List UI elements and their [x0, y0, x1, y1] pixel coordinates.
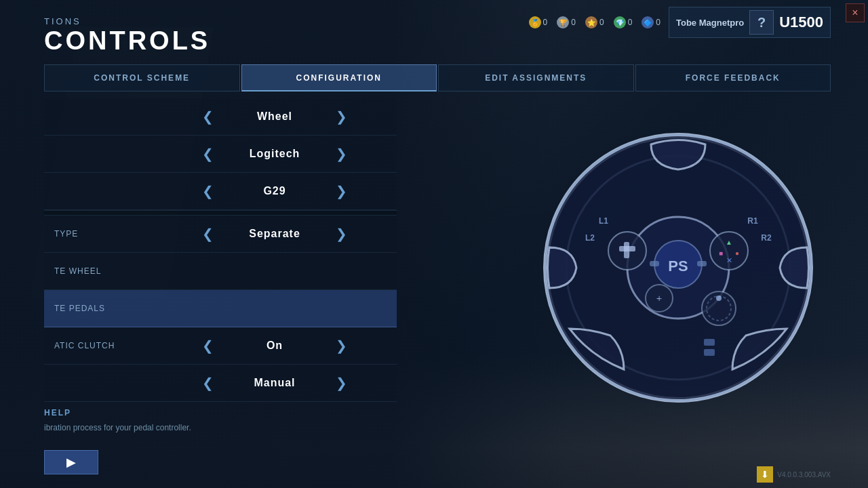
svg-text:R1: R1 [747, 216, 758, 226]
version-text: V4.0.0.3.003.AVX [777, 471, 831, 479]
svg-text:✕: ✕ [726, 256, 732, 264]
row-type-right-arrow[interactable]: ❯ [329, 108, 354, 125]
svg-rect-22 [704, 339, 715, 346]
row-pedal-type-control: ❮ Separate ❯ [153, 226, 397, 242]
blue-icon: 🔷 [642, 16, 654, 28]
bottom-action-button[interactable]: ▶ [44, 450, 98, 474]
close-button[interactable]: × [846, 3, 865, 22]
row-brand-control: ❮ Logitech ❯ [153, 146, 397, 162]
help-text: ibration process for your pedal controll… [44, 422, 383, 434]
version-info: ⬇ V4.0.0.3.003.AVX [757, 466, 831, 483]
row-model-value: G29 [234, 185, 315, 197]
trophy-icon: 🏆 [557, 16, 569, 28]
wheel-illustration: PS ▲ ● ✕ ■ + − L1 L2 R1 R2 [509, 98, 848, 437]
row-cal-pedals-label: te Pedals [44, 304, 153, 313]
trophy-value: 0 [571, 18, 576, 27]
title-section: TIONS CONTROLS [0, 16, 210, 56]
svg-rect-14 [650, 261, 659, 266]
row-gear-control: ❮ Manual ❯ [153, 375, 397, 391]
svg-rect-23 [704, 349, 715, 356]
bottom-btn-icon: ▶ [66, 455, 76, 470]
row-pedal-type-label: Type [44, 229, 153, 239]
row-type-control: ❮ Wheel ❯ [153, 108, 397, 125]
tab-control-scheme[interactable]: CONTROL SCHEME [44, 64, 240, 92]
svg-text:■: ■ [719, 249, 723, 257]
gold-value: 0 [543, 18, 548, 27]
svg-text:PS: PS [668, 258, 688, 274]
row-auto-clutch-left-arrow[interactable]: ❮ [195, 338, 220, 354]
currency-star: ⭐ 0 [585, 16, 604, 28]
currency-u-value: U1500 [779, 14, 823, 31]
currency-trophy: 🏆 0 [557, 16, 576, 28]
download-icon: ⬇ [757, 466, 773, 483]
row-model-right-arrow[interactable]: ❯ [329, 183, 354, 199]
parent-title: TIONS [44, 16, 210, 26]
row-gear[interactable]: ❮ Manual ❯ [44, 365, 397, 402]
row-pedal-type-right-arrow[interactable]: ❯ [329, 226, 354, 242]
green-value: 0 [628, 18, 633, 27]
row-pedal-type[interactable]: Type ❮ Separate ❯ [44, 216, 397, 253]
row-cal-wheel-label: te Wheel [44, 266, 153, 276]
star-icon: ⭐ [585, 16, 597, 28]
svg-text:R2: R2 [761, 233, 772, 243]
row-pedal-type-left-arrow[interactable]: ❮ [195, 226, 220, 242]
svg-text:●: ● [735, 249, 739, 257]
page-title: CONTROLS [44, 26, 210, 56]
row-model-control: ❮ G29 ❯ [153, 183, 397, 199]
tabs-bar: CONTROL SCHEME CONFIGURATION EDIT ASSIGN… [44, 64, 831, 92]
row-gear-left-arrow[interactable]: ❮ [195, 375, 220, 391]
svg-text:L2: L2 [585, 233, 595, 243]
username: Tobe Magnetpro [676, 18, 744, 28]
user-block: Tobe Magnetpro ? U1500 [669, 7, 831, 38]
blue-value: 0 [656, 18, 660, 27]
row-auto-clutch-control: ❮ On ❯ [153, 338, 397, 354]
star-value: 0 [599, 18, 604, 27]
row-model-left-arrow[interactable]: ❮ [195, 183, 220, 199]
currency-blue: 🔷 0 [642, 16, 660, 28]
top-right-panel: 🏅 0 🏆 0 ⭐ 0 💎 0 🔷 0 Tobe Magnetpro ? U15… [529, 7, 831, 38]
row-gear-right-arrow[interactable]: ❯ [329, 375, 354, 391]
green-icon: 💎 [614, 16, 626, 28]
row-brand-value: Logitech [234, 148, 315, 160]
help-title: HELP [44, 408, 383, 418]
help-section: HELP ibration process for your pedal con… [44, 408, 383, 434]
svg-point-21 [716, 296, 722, 301]
svg-text:L1: L1 [599, 216, 608, 226]
question-icon[interactable]: ? [749, 10, 774, 35]
currency-gold: 🏅 0 [529, 16, 548, 28]
row-auto-clutch-right-arrow[interactable]: ❯ [329, 338, 354, 354]
row-type-value: Wheel [234, 110, 315, 123]
gold-icon: 🏅 [529, 16, 541, 28]
row-type-left-arrow[interactable]: ❮ [195, 108, 220, 125]
currency-icons: 🏅 0 🏆 0 ⭐ 0 💎 0 🔷 0 [529, 16, 660, 28]
row-auto-clutch[interactable]: atic Clutch ❮ On ❯ [44, 327, 397, 365]
row-pedal-type-value: Separate [234, 228, 315, 240]
tab-edit-assignments[interactable]: EDIT ASSIGNMENTS [438, 64, 634, 92]
row-model[interactable]: ❮ G29 ❯ [44, 173, 397, 210]
row-control-type[interactable]: ❮ Wheel ❯ [44, 98, 397, 136]
row-brand[interactable]: ❮ Logitech ❯ [44, 136, 397, 173]
separator-1 [44, 210, 397, 216]
currency-green: 💎 0 [614, 16, 633, 28]
svg-rect-15 [697, 261, 707, 266]
tab-configuration[interactable]: CONFIGURATION [241, 64, 437, 92]
tab-force-feedback[interactable]: FORCE FEEDBACK [635, 64, 831, 92]
row-auto-clutch-value: On [234, 340, 315, 352]
row-calibrate-wheel[interactable]: te Wheel [44, 253, 397, 290]
row-gear-value: Manual [234, 377, 315, 389]
row-auto-clutch-label: atic Clutch [44, 341, 153, 350]
row-calibrate-pedals[interactable]: te Pedals [44, 290, 397, 327]
svg-rect-8 [624, 242, 629, 258]
svg-text:−: − [656, 295, 660, 302]
row-brand-right-arrow[interactable]: ❯ [329, 146, 354, 162]
svg-text:▲: ▲ [726, 239, 732, 246]
row-brand-left-arrow[interactable]: ❮ [195, 146, 220, 162]
wheel-svg: PS ▲ ● ✕ ■ + − L1 L2 R1 R2 [536, 125, 821, 410]
